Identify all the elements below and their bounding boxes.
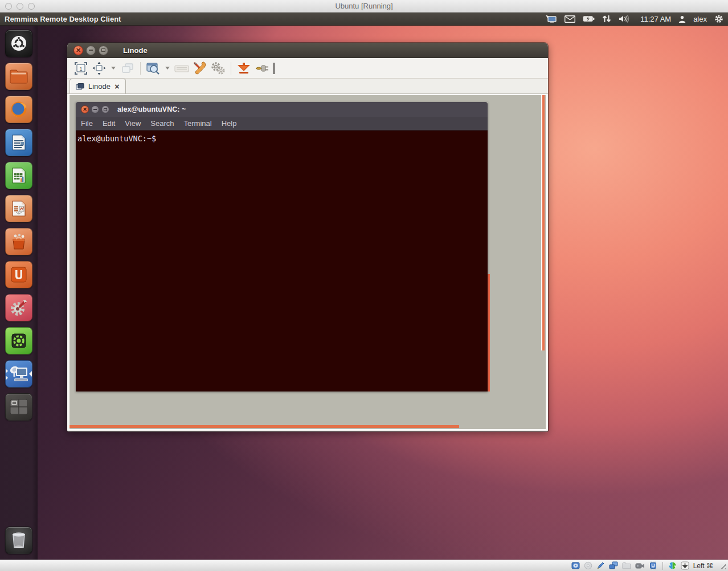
workspace-switcher-icon xyxy=(9,398,28,415)
launcher-item-libreoffice-writer[interactable] xyxy=(5,129,32,156)
chip-icon[interactable] xyxy=(649,561,657,570)
session-gear-icon[interactable] xyxy=(714,14,723,23)
keyboard-capture-icon[interactable] xyxy=(681,561,689,570)
running-indicator-arrow xyxy=(6,376,8,380)
chevron-down-icon[interactable] xyxy=(111,67,116,70)
launcher-item-remmina[interactable] xyxy=(5,360,32,388)
libreoffice-calc-icon xyxy=(11,167,26,184)
battery-icon[interactable] xyxy=(583,15,595,22)
toolbar-separator xyxy=(231,62,231,75)
windows-stack-icon[interactable] xyxy=(609,561,618,570)
scale-mode-button[interactable] xyxy=(90,60,108,76)
remote-wallpaper-stripe xyxy=(69,425,459,428)
launcher-item-trash[interactable] xyxy=(5,527,32,554)
tab-linode[interactable]: Linode × xyxy=(69,79,126,93)
libreoffice-writer-icon xyxy=(11,134,26,151)
gears-settings-icon xyxy=(210,62,226,75)
hard-disk-icon[interactable] xyxy=(571,561,580,570)
ubuntu-software-center-icon xyxy=(10,233,28,251)
software-updater-icon xyxy=(10,332,28,350)
terminal-menubar: File Edit View Search Terminal Help xyxy=(76,117,488,130)
scale-mode-icon xyxy=(92,62,106,75)
minimize-icon[interactable] xyxy=(91,105,99,113)
launcher-item-dash[interactable] xyxy=(5,30,32,57)
magnifier-window-button[interactable] xyxy=(144,60,162,76)
remote-desktop-viewport[interactable]: ✕ alex@ubuntuVNC: ~ File Edit View Searc… xyxy=(68,94,547,430)
duplicate-connection-button[interactable] xyxy=(118,60,137,76)
launcher-item-system-settings[interactable] xyxy=(5,294,32,321)
window-title: Linode xyxy=(123,46,148,55)
mouse-integration-icon[interactable] xyxy=(668,561,677,570)
keyboard-grab-button[interactable] xyxy=(173,60,191,76)
close-icon[interactable]: ✕ xyxy=(73,46,83,55)
maximize-icon[interactable] xyxy=(101,105,109,113)
mouse-text-cursor xyxy=(273,63,275,74)
menu-terminal[interactable]: Terminal xyxy=(184,119,212,128)
libreoffice-impress-icon xyxy=(11,200,26,217)
focused-indicator-arrow xyxy=(29,371,32,377)
remmina-window: ✕ Linode 1 xyxy=(67,43,548,431)
mail-icon[interactable] xyxy=(565,15,575,23)
system-settings-icon xyxy=(10,299,28,317)
optical-disc-icon[interactable] xyxy=(584,561,592,570)
launcher-item-workspace-switcher[interactable] xyxy=(5,393,32,421)
remote-wallpaper-stripe xyxy=(541,95,545,350)
minimize-tray-icon xyxy=(237,62,251,75)
volume-icon[interactable] xyxy=(619,15,629,23)
ubuntu-one-icon xyxy=(10,266,28,284)
launcher-item-libreoffice-impress[interactable] xyxy=(5,195,32,222)
dash-home-icon xyxy=(10,35,27,52)
minimize-icon[interactable] xyxy=(86,46,96,55)
pen-icon[interactable] xyxy=(596,561,605,570)
clock[interactable]: 11:27 AM xyxy=(640,15,671,23)
terminal-titlebar[interactable]: ✕ alex@ubuntuVNC: ~ xyxy=(76,102,488,117)
fullscreen-button[interactable]: 1 xyxy=(72,60,90,76)
shared-folder-icon[interactable] xyxy=(622,562,631,569)
remmina-toolbar: 1 xyxy=(67,58,548,79)
minimize-tray-button[interactable] xyxy=(235,60,253,76)
launcher-item-firefox[interactable] xyxy=(5,96,32,123)
disconnect-button[interactable] xyxy=(253,60,271,76)
network-sync-icon[interactable] xyxy=(602,15,611,23)
username-label[interactable]: alex xyxy=(693,15,707,23)
menu-help[interactable]: Help xyxy=(222,119,237,128)
menu-search[interactable]: Search xyxy=(150,119,174,128)
menu-file[interactable]: File xyxy=(81,119,93,128)
terminal-body[interactable]: alex@ubuntuVNC:~$ xyxy=(76,130,488,391)
running-indicator-arrow xyxy=(6,369,8,373)
files-folder-icon xyxy=(9,68,28,84)
maximize-icon[interactable] xyxy=(99,46,108,55)
duplicate-connection-icon xyxy=(121,62,134,75)
remmina-titlebar[interactable]: ✕ Linode xyxy=(67,43,548,58)
host-key-label: Left ⌘ xyxy=(693,562,713,570)
remote-wallpaper-stripe xyxy=(488,274,490,391)
shell-prompt: alex@ubuntuVNC:~$ xyxy=(77,134,156,143)
tools-button[interactable] xyxy=(191,60,209,76)
video-camera-icon[interactable] xyxy=(635,562,645,569)
chevron-down-icon[interactable] xyxy=(165,67,170,70)
unity-launcher xyxy=(0,26,38,560)
statusbar-separator xyxy=(662,562,663,570)
toolbar-separator xyxy=(140,62,141,75)
menu-edit[interactable]: Edit xyxy=(103,119,115,128)
tools-icon xyxy=(193,61,207,76)
keyboard-grab-icon xyxy=(174,62,189,75)
launcher-item-libreoffice-calc[interactable] xyxy=(5,162,32,189)
launcher-item-files[interactable] xyxy=(5,63,32,90)
firefox-icon xyxy=(10,100,28,119)
fullscreen-icon: 1 xyxy=(74,62,88,75)
vm-titlebar: Ubuntu [Running] xyxy=(0,0,728,13)
remote-terminal-window[interactable]: ✕ alex@ubuntuVNC: ~ File Edit View Searc… xyxy=(76,102,488,391)
gears-settings-button[interactable] xyxy=(209,60,227,76)
launcher-item-software-updater[interactable] xyxy=(5,327,32,354)
remote-screen-icon xyxy=(76,83,84,90)
remote-desktop-indicator-icon[interactable] xyxy=(545,14,557,23)
user-icon[interactable] xyxy=(678,15,686,23)
close-icon[interactable]: ✕ xyxy=(81,105,89,113)
tab-close-icon[interactable]: × xyxy=(114,82,120,91)
menu-view[interactable]: View xyxy=(125,119,141,128)
launcher-item-software-center[interactable] xyxy=(5,228,32,255)
tab-label: Linode xyxy=(88,82,111,91)
resize-grip[interactable] xyxy=(718,562,726,569)
launcher-item-ubuntu-one[interactable] xyxy=(5,261,32,288)
